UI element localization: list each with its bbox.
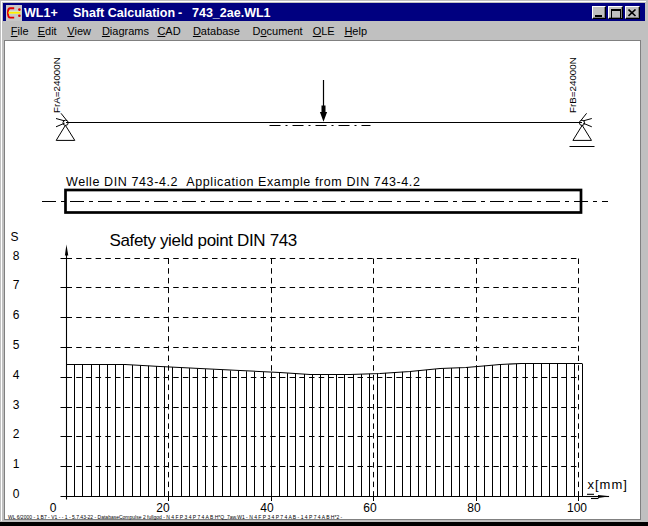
svg-text:Welle DIN 743-4.2 Application: Welle DIN 743-4.2 Application Example fr… [66,175,420,189]
svg-text:60: 60 [363,501,377,515]
svg-text:WL 6/2000 - 1 B7 - V1 - - 1 -: WL 6/2000 - 1 B7 - V1 - - 1 - 5.7.43-22 … [8,514,343,520]
svg-text:80: 80 [467,501,481,515]
svg-text:100: 100 [567,501,587,515]
svg-text:1: 1 [13,457,20,471]
svg-text:S: S [10,230,18,244]
svg-text:4: 4 [13,368,20,382]
svg-text:Safety yield point DIN 743: Safety yield point DIN 743 [110,231,297,250]
svg-text:0: 0 [13,487,20,501]
svg-text:2: 2 [13,427,20,441]
svg-text:3: 3 [13,398,20,412]
svg-text:FrA=24000N: FrA=24000N [51,57,62,113]
svg-text:7: 7 [13,278,20,292]
svg-text:8: 8 [13,249,20,263]
svg-text:FrB=24000N: FrB=24000N [567,57,578,113]
svg-text:x[mm]: x[mm] [588,477,628,492]
svg-text:5: 5 [13,338,20,352]
svg-text:6: 6 [13,308,20,322]
